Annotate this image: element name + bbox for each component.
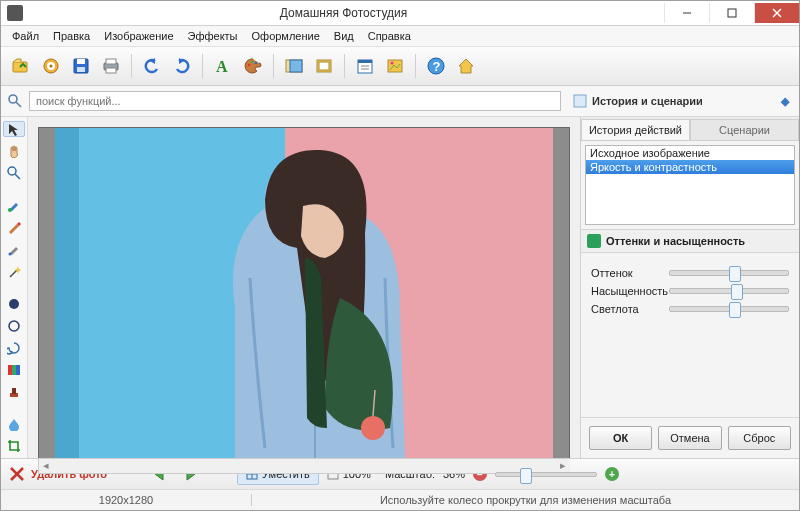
canvas-wrap: ◂ ▸	[28, 117, 580, 458]
svg-rect-12	[106, 59, 116, 64]
slider-hue-track[interactable]	[669, 270, 789, 276]
zoom-in-button[interactable]: +	[605, 467, 619, 481]
scroll-right-icon[interactable]: ▸	[556, 459, 570, 471]
ok-button[interactable]: ОК	[589, 426, 652, 450]
pencil-tool[interactable]	[3, 219, 25, 235]
svg-line-31	[16, 102, 21, 107]
minimize-button[interactable]	[664, 3, 709, 23]
svg-rect-32	[574, 95, 586, 107]
catalog-button[interactable]	[37, 52, 65, 80]
crop-tool[interactable]	[3, 438, 25, 454]
svg-rect-10	[77, 67, 85, 72]
svg-point-16	[251, 61, 254, 64]
menu-effects[interactable]: Эффекты	[181, 28, 245, 44]
help-button[interactable]: ?	[422, 52, 450, 80]
wand-tool[interactable]	[3, 263, 25, 279]
text-tool-button[interactable]: A	[209, 52, 237, 80]
svg-rect-1	[728, 9, 736, 17]
menu-view[interactable]: Вид	[327, 28, 361, 44]
pointer-tool[interactable]	[3, 121, 25, 137]
save-button[interactable]	[67, 52, 95, 80]
close-button[interactable]	[754, 3, 799, 23]
svg-rect-21	[319, 62, 329, 70]
title-bar: Домашняя Фотостудия	[1, 1, 799, 26]
svg-rect-41	[12, 365, 16, 375]
undo-button[interactable]	[138, 52, 166, 80]
menu-help[interactable]: Справка	[361, 28, 418, 44]
slider-saturation: Насыщенность	[591, 285, 789, 297]
main-toolbar: A ?	[1, 47, 799, 86]
slider-lightness-thumb[interactable]	[729, 302, 741, 318]
horizontal-scrollbar[interactable]: ◂ ▸	[38, 459, 570, 474]
svg-point-35	[8, 208, 12, 212]
home-button[interactable]	[452, 52, 480, 80]
collapse-icon[interactable]: ◆	[781, 95, 789, 108]
svg-rect-19	[290, 60, 302, 72]
stamp-tool[interactable]	[3, 384, 25, 400]
svg-rect-13	[106, 68, 116, 73]
toolbar-separator	[415, 54, 416, 78]
zoom-slider[interactable]	[495, 472, 597, 477]
menu-edit[interactable]: Правка	[46, 28, 97, 44]
hsv-button-row: ОК Отмена Сброс	[581, 417, 799, 458]
postcard-button[interactable]	[381, 52, 409, 80]
menu-design[interactable]: Оформление	[245, 28, 327, 44]
rgb-tool[interactable]	[3, 362, 25, 378]
svg-point-15	[248, 64, 251, 67]
open-button[interactable]	[7, 52, 35, 80]
lighten-tool[interactable]	[3, 318, 25, 334]
reset-button[interactable]: Сброс	[728, 426, 791, 450]
history-item[interactable]: Исходное изображение	[586, 146, 794, 160]
svg-rect-44	[12, 388, 16, 394]
search-input[interactable]	[29, 91, 561, 111]
swirl-tool[interactable]	[3, 340, 25, 356]
slider-lightness-track[interactable]	[669, 306, 789, 312]
svg-rect-23	[358, 60, 372, 63]
search-row: История и сценарии ◆	[1, 86, 799, 117]
hsv-icon	[587, 234, 601, 248]
svg-text:A: A	[216, 58, 228, 75]
image-tool-2[interactable]	[310, 52, 338, 80]
svg-point-39	[9, 321, 19, 331]
history-panel-title: История и сценарии	[592, 95, 703, 107]
print-button[interactable]	[97, 52, 125, 80]
hsv-panel-title: Оттенки и насыщенность	[606, 235, 745, 247]
dropper-tool[interactable]	[3, 241, 25, 257]
svg-rect-9	[77, 59, 85, 64]
darken-tool[interactable]	[3, 296, 25, 312]
tool-strip	[1, 117, 28, 458]
menu-file[interactable]: Файл	[5, 28, 46, 44]
window-title: Домашняя Фотостудия	[23, 6, 664, 20]
hsv-panel-header: Оттенки и насыщенность	[581, 229, 799, 253]
svg-point-7	[50, 65, 53, 68]
menu-image[interactable]: Изображение	[97, 28, 180, 44]
maximize-button[interactable]	[709, 3, 754, 23]
zoom-tool[interactable]	[3, 165, 25, 181]
tab-scenarios[interactable]: Сценарии	[690, 119, 799, 140]
history-list[interactable]: Исходное изображение Яркость и контрастн…	[585, 145, 795, 225]
image-canvas[interactable]	[38, 127, 570, 459]
slider-saturation-track[interactable]	[669, 288, 789, 294]
tab-history[interactable]: История действий	[581, 119, 690, 140]
image-tool-1[interactable]	[280, 52, 308, 80]
brush-tool[interactable]	[3, 197, 25, 213]
slider-hue-thumb[interactable]	[729, 266, 741, 282]
history-panel-header: История и сценарии ◆	[565, 94, 795, 108]
palette-button[interactable]	[239, 52, 267, 80]
slider-saturation-thumb[interactable]	[731, 284, 743, 300]
history-item-selected[interactable]: Яркость и контрастность	[586, 160, 794, 174]
slider-hue-label: Оттенок	[591, 267, 669, 279]
slider-hue: Оттенок	[591, 267, 789, 279]
hand-tool[interactable]	[3, 143, 25, 159]
status-dimensions: 1920x1280	[1, 494, 252, 506]
svg-rect-42	[16, 365, 20, 375]
redo-button[interactable]	[168, 52, 196, 80]
slider-lightness: Светлота	[591, 303, 789, 315]
calendar-button[interactable]	[351, 52, 379, 80]
zoom-slider-thumb[interactable]	[520, 468, 532, 484]
cancel-button[interactable]: Отмена	[658, 426, 721, 450]
app-window: Домашняя Фотостудия Файл Правка Изображе…	[0, 0, 800, 511]
blur-tool[interactable]	[3, 416, 25, 432]
scroll-left-icon[interactable]: ◂	[39, 459, 53, 471]
toolbar-separator	[131, 54, 132, 78]
